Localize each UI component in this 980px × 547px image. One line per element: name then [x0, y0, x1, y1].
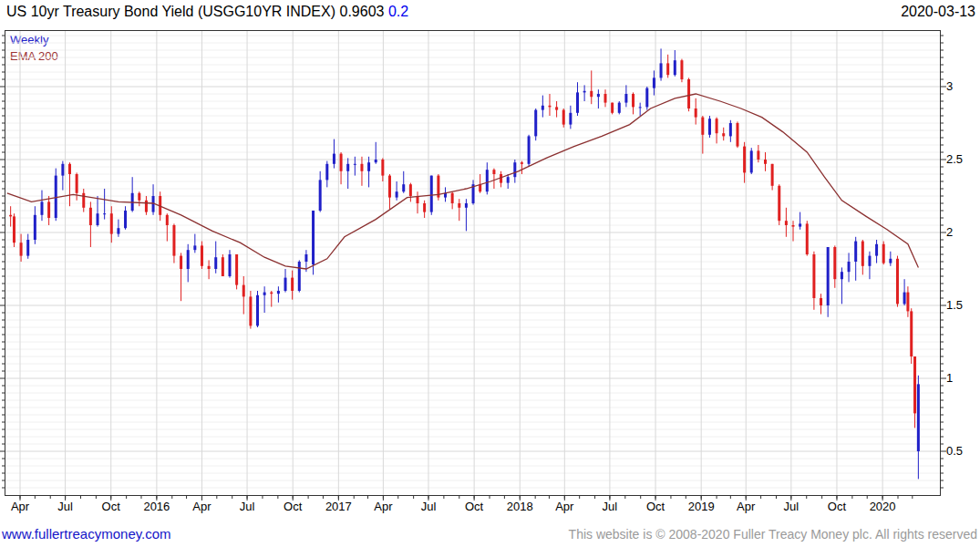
x-axis-label: Jul [771, 500, 811, 513]
y-axis-label: 0.5 [946, 444, 977, 458]
x-axis-label: Apr [363, 500, 403, 513]
x-axis-label: Jul [408, 500, 449, 513]
x-axis-label: Apr [726, 500, 766, 513]
x-axis-label: 2017 [318, 500, 358, 513]
x-axis-label: 2016 [137, 500, 177, 513]
x-axis-label: Oct [273, 500, 313, 513]
plot-area[interactable] [5, 31, 940, 495]
footer-copyright: This website is © 2008-2020 Fuller Treac… [569, 527, 977, 542]
x-axis-label: Oct [817, 500, 857, 513]
y-axis-label: 2 [946, 225, 977, 239]
chart-window: US 10yr Treasury Bond Yield (USGG10YR IN… [0, 0, 980, 547]
x-axis-label: 2020 [862, 500, 903, 513]
y-axis-label: 2.5 [946, 152, 977, 166]
x-axis-label: Apr [544, 500, 584, 513]
x-axis-label: Apr [181, 500, 222, 513]
x-axis-label: Oct [454, 500, 494, 513]
candlestick-chart [0, 0, 980, 547]
footer-website-link[interactable]: www.fullertreacymoney.com [2, 526, 171, 542]
x-axis-label: 2019 [681, 500, 721, 513]
x-axis-label: Oct [91, 500, 131, 513]
x-axis-label: Oct [635, 500, 676, 513]
x-axis-label: Jul [227, 500, 267, 513]
y-axis-label: 1 [946, 371, 977, 385]
y-axis-label: 1.5 [946, 298, 977, 312]
x-axis-label: Jul [590, 500, 630, 513]
y-axis-label: 3 [946, 79, 977, 93]
x-axis-label: 2018 [500, 500, 540, 513]
x-axis-label: Apr [0, 500, 40, 513]
x-axis-label: Jul [46, 500, 86, 513]
